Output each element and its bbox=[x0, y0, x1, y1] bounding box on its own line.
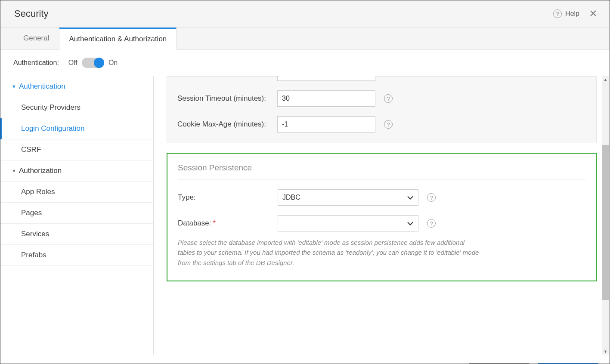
tabs-row: General Authentication & Authorization bbox=[0, 28, 610, 50]
tab-auth[interactable]: Authentication & Authorization bbox=[59, 28, 176, 50]
scroll-arrow-down[interactable]: ▼ bbox=[602, 348, 609, 355]
auth-toggle-switch[interactable] bbox=[82, 58, 104, 68]
help-icon[interactable]: ? bbox=[384, 94, 393, 103]
persistence-help-text: Please select the database imported with… bbox=[178, 238, 479, 268]
sidebar-item-login-configuration[interactable]: Login Configuration bbox=[0, 118, 153, 139]
help-icon[interactable]: ? bbox=[384, 120, 393, 129]
label-persistence-database: Database:* bbox=[178, 219, 278, 228]
dialog-header: Security ? Help bbox=[0, 0, 610, 28]
sidebar-item-csrf[interactable]: CSRF bbox=[0, 139, 153, 160]
input-session-timeout[interactable] bbox=[277, 90, 375, 107]
select-wrap-database bbox=[278, 215, 418, 231]
panel-session-persistence: Session Persistence Type: ? Database:* bbox=[167, 153, 597, 281]
row-hidden-partial: ? bbox=[177, 76, 586, 81]
help-label: Help bbox=[565, 10, 579, 18]
help-icon[interactable]: ? bbox=[427, 193, 436, 202]
label-persistence-type: Type: bbox=[178, 193, 278, 202]
label-persistence-database-text: Database: bbox=[178, 219, 211, 227]
sidebar-item-services[interactable]: Services bbox=[0, 224, 153, 245]
help-button[interactable]: ? Help bbox=[553, 9, 579, 18]
sidebar: ▼ Authentication Security Providers Logi… bbox=[0, 76, 154, 355]
row-session-timeout: Session Timeout (minutes): ? bbox=[177, 90, 586, 107]
panel-session-persistence-title: Session Persistence bbox=[178, 163, 585, 180]
select-persistence-type[interactable] bbox=[278, 189, 418, 206]
header-actions: ? Help bbox=[553, 9, 597, 19]
label-cookie-max-age: Cookie Max-Age (minutes): bbox=[177, 120, 277, 129]
row-persistence-database: Database:* ? bbox=[178, 215, 585, 231]
auth-toggle-row: Authentication: Off On bbox=[0, 50, 610, 76]
tab-general[interactable]: General bbox=[13, 28, 59, 49]
input-hidden-partial[interactable] bbox=[277, 76, 375, 81]
content-inner: ? Session Timeout (minutes): ? Cookie Ma… bbox=[154, 76, 610, 355]
sidebar-group-authentication[interactable]: ▼ Authentication bbox=[0, 76, 153, 97]
scrollbar-vertical[interactable]: ▲ ▼ bbox=[602, 76, 609, 355]
sidebar-item-pages[interactable]: Pages bbox=[0, 203, 153, 224]
dialog-footer: Cancel Save bbox=[0, 355, 610, 364]
required-asterisk: * bbox=[213, 219, 216, 227]
close-icon bbox=[590, 10, 597, 17]
close-button[interactable] bbox=[590, 9, 597, 19]
input-cookie-max-age[interactable] bbox=[277, 116, 375, 133]
panel-session-settings: ? Session Timeout (minutes): ? Cookie Ma… bbox=[167, 76, 597, 143]
sidebar-item-prefabs[interactable]: Prefabs bbox=[0, 245, 153, 266]
row-cookie-max-age: Cookie Max-Age (minutes): ? bbox=[177, 116, 586, 133]
select-persistence-database[interactable] bbox=[278, 215, 418, 231]
sidebar-group-authorization-label: Authorization bbox=[19, 167, 62, 175]
auth-toggle-off-label: Off bbox=[68, 59, 77, 67]
content-area: ? Session Timeout (minutes): ? Cookie Ma… bbox=[154, 76, 610, 355]
chevron-down-icon: ▼ bbox=[12, 168, 16, 173]
switch-knob bbox=[94, 58, 104, 68]
sidebar-item-app-roles[interactable]: App Roles bbox=[0, 182, 153, 203]
dialog-title: Security bbox=[14, 8, 48, 19]
sidebar-group-authentication-label: Authentication bbox=[19, 82, 65, 91]
row-persistence-type: Type: ? bbox=[178, 189, 585, 206]
auth-toggle-label: Authentication: bbox=[13, 59, 59, 67]
help-icon: ? bbox=[553, 9, 562, 18]
sidebar-group-authorization[interactable]: ▼ Authorization bbox=[0, 160, 153, 182]
help-icon[interactable]: ? bbox=[427, 219, 436, 228]
sidebar-item-security-providers[interactable]: Security Providers bbox=[0, 97, 153, 118]
scroll-arrow-up[interactable]: ▲ bbox=[602, 76, 609, 83]
chevron-down-icon: ▼ bbox=[12, 84, 16, 89]
label-session-timeout: Session Timeout (minutes): bbox=[177, 94, 277, 103]
auth-toggle-group: Off On bbox=[68, 58, 118, 68]
auth-toggle-on-label: On bbox=[108, 59, 118, 67]
select-wrap-type bbox=[278, 189, 418, 206]
scroll-thumb[interactable] bbox=[602, 145, 609, 300]
body-area: ▼ Authentication Security Providers Logi… bbox=[0, 76, 610, 355]
